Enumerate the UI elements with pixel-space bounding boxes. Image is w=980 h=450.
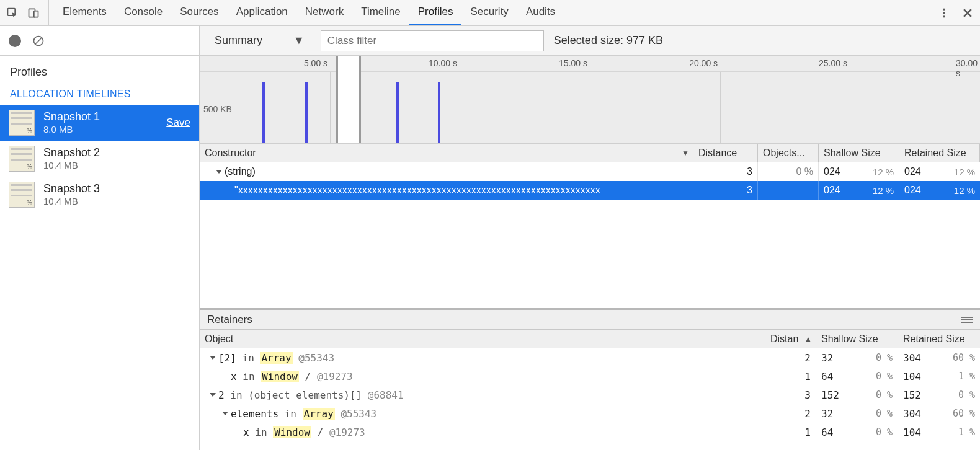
allocation-bar	[305, 82, 308, 143]
retainer-object: elements in Array @55343	[231, 408, 376, 420]
tab-application[interactable]: Application	[228, 0, 296, 25]
allocation-bar	[396, 82, 399, 143]
cell-distance: 3	[765, 386, 816, 404]
snapshot-thumb-icon: %	[9, 182, 35, 208]
tab-sources[interactable]: Sources	[171, 0, 227, 25]
retainer-row[interactable]: elements in Array @55343 2 320 % 30460 %	[200, 404, 980, 423]
disclosure-triangle-icon[interactable]	[210, 356, 216, 360]
svg-rect-2	[34, 11, 38, 17]
constructor-row[interactable]: (string) 3 0 % 02412 % 02412 %	[200, 162, 980, 181]
sidebar-toolbar	[0, 26, 199, 56]
cell-objects: 0 %	[758, 162, 819, 181]
tab-elements[interactable]: Elements	[54, 0, 115, 25]
cell-objects	[758, 181, 819, 200]
tab-audits[interactable]: Audits	[517, 0, 564, 25]
clear-icon[interactable]	[32, 35, 45, 47]
constructor-label: (string)	[225, 166, 256, 177]
timeline-selection[interactable]	[336, 56, 361, 143]
snapshot-item[interactable]: % Snapshot 2 10.4 MB	[0, 141, 199, 177]
allocation-bar	[262, 82, 265, 143]
disclosure-triangle-icon[interactable]	[222, 412, 228, 415]
cell-shallow: 320 %	[816, 348, 898, 367]
retainer-row[interactable]: x in Window / @19273 1 640 % 1041 %	[200, 367, 980, 386]
disclosure-triangle-icon[interactable]	[216, 170, 222, 174]
retainers-header: Object Distan ▲ Shallow Size Retained Si…	[200, 330, 980, 348]
snapshot-list: % Snapshot 1 8.0 MB Save % Snapshot 2 10…	[0, 105, 199, 213]
cell-distance: 1	[765, 423, 816, 441]
retainer-row[interactable]: 2 in (object elements)[] @68841 3 1520 %…	[200, 386, 980, 404]
cell-shallow: 640 %	[816, 423, 898, 441]
snapshot-size: 10.4 MB	[43, 160, 190, 172]
cell-distance: 1	[765, 367, 816, 386]
cell-retained: 02412 %	[899, 181, 980, 200]
retainers-body[interactable]: [2] in Array @55343 2 320 % 30460 % x in…	[200, 348, 980, 450]
col-distance-r[interactable]: Distan ▲	[765, 330, 816, 348]
toggle-device-icon[interactable]	[27, 7, 40, 19]
snapshot-thumb-icon: %	[9, 146, 35, 172]
tab-security[interactable]: Security	[461, 0, 517, 25]
sort-asc-icon: ▲	[804, 335, 812, 343]
allocation-bar	[438, 82, 440, 143]
col-constructor[interactable]: Constructor ▼	[200, 144, 693, 162]
timeline-tick: 20.00 s	[689, 58, 720, 68]
timeline-tick: 10.00 s	[429, 58, 460, 68]
cell-distance: 3	[693, 181, 758, 200]
close-icon[interactable]	[961, 7, 974, 19]
col-retained[interactable]: Retained Size	[899, 144, 980, 162]
col-shallow[interactable]: Shallow Size	[819, 144, 899, 162]
retainer-object: x in Window / @19273	[231, 371, 353, 382]
chevron-down-icon: ▼	[293, 34, 305, 47]
snapshot-item[interactable]: % Snapshot 1 8.0 MB Save	[0, 105, 199, 141]
cell-retained: 30460 %	[898, 404, 980, 423]
profiles-sidebar: Profiles ALLOCATION TIMELINES % Snapshot…	[0, 26, 200, 450]
disclosure-triangle-icon[interactable]	[210, 393, 216, 397]
constructor-row[interactable]: "xxxxxxxxxxxxxxxxxxxxxxxxxxxxxxxxxxxxxxx…	[200, 181, 980, 200]
col-object[interactable]: Object	[200, 330, 765, 348]
view-select[interactable]: Summary ▼	[208, 32, 311, 50]
selected-size-label: Selected size: 977 KB	[554, 34, 663, 47]
cell-shallow: 1520 %	[816, 386, 898, 404]
sort-indicator-icon: ▼	[682, 149, 689, 157]
snapshot-item[interactable]: % Snapshot 3 10.4 MB	[0, 177, 199, 213]
cell-distance: 3	[693, 162, 758, 181]
tab-timeline[interactable]: Timeline	[352, 0, 409, 25]
cell-retained: 30460 %	[898, 348, 980, 367]
constructors-panel: Constructor ▼ Distance Objects... Shallo…	[200, 144, 980, 310]
col-distance[interactable]: Distance	[693, 144, 758, 162]
tabbar-left-icons	[6, 0, 49, 25]
constructors-body[interactable]: (string) 3 0 % 02412 % 02412 % "xxxxxxxx…	[200, 162, 980, 310]
cell-shallow: 02412 %	[819, 181, 899, 200]
col-shallow-r[interactable]: Shallow Size	[816, 330, 898, 348]
col-retained-r[interactable]: Retained Size	[898, 330, 980, 348]
retainers-panel: Retainers Object Distan ▲ Shallow Size R…	[200, 310, 980, 450]
timeline-tick: 30.00 s	[956, 58, 980, 78]
panel-menu-icon[interactable]	[961, 315, 973, 324]
retainer-object: 2 in (object elements)[] @68841	[218, 389, 404, 401]
tab-profiles[interactable]: Profiles	[409, 0, 462, 25]
cell-shallow: 320 %	[816, 404, 898, 423]
cell-retained: 02412 %	[899, 162, 980, 181]
tab-console[interactable]: Console	[115, 0, 171, 25]
class-filter-input[interactable]	[321, 30, 544, 51]
snapshot-name: Snapshot 3	[43, 182, 190, 196]
retainer-row[interactable]: [2] in Array @55343 2 320 % 30460 %	[200, 348, 980, 367]
more-options-icon[interactable]	[938, 7, 950, 19]
timeline-tick: 25.00 s	[819, 58, 850, 68]
snapshot-save-link[interactable]: Save	[166, 117, 190, 129]
cell-retained: 1041 %	[898, 423, 980, 441]
svg-point-4	[943, 12, 945, 14]
col-objects[interactable]: Objects...	[758, 144, 819, 162]
inspect-element-icon[interactable]	[6, 7, 19, 19]
record-button[interactable]	[9, 35, 21, 47]
sidebar-title: Profiles	[0, 56, 199, 82]
retainer-row[interactable]: x in Window / @19273 1 640 % 1041 %	[200, 423, 980, 441]
constructors-header: Constructor ▼ Distance Objects... Shallo…	[200, 144, 980, 162]
cell-retained: 1041 %	[898, 367, 980, 386]
retainers-title: Retainers	[207, 314, 252, 326]
cell-shallow: 02412 %	[819, 162, 899, 181]
allocation-timeline[interactable]: 5.00 s10.00 s15.00 s20.00 s25.00 s30.00 …	[200, 56, 980, 144]
tab-network[interactable]: Network	[296, 0, 352, 25]
retainer-object: x in Window / @19273	[243, 426, 365, 438]
retainers-title-bar: Retainers	[200, 310, 980, 330]
cell-retained: 1520 %	[898, 386, 980, 404]
